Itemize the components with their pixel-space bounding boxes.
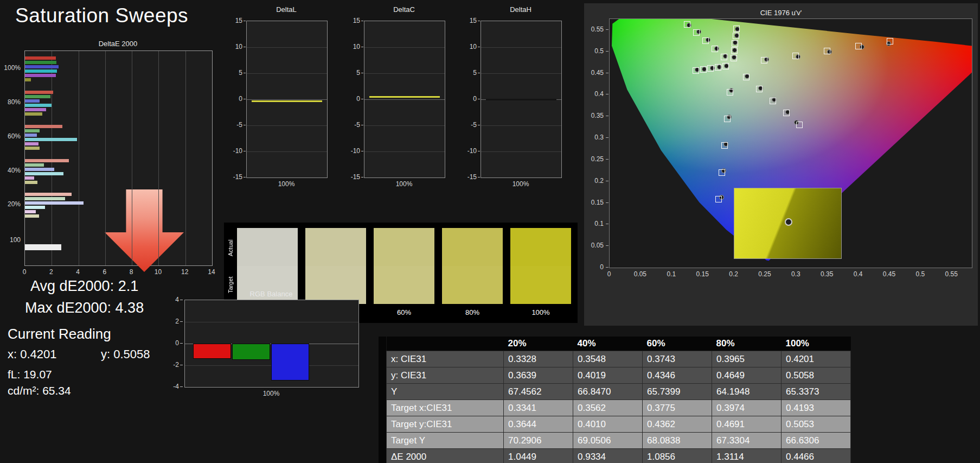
- y-tick: [606, 29, 609, 30]
- y-tick-label: 0.25: [584, 155, 604, 163]
- y-tick-label: 0.35: [584, 112, 604, 119]
- gridline: [247, 151, 327, 152]
- cie-target-point: [733, 33, 739, 39]
- col-header: 80%: [712, 337, 782, 351]
- cell-value: 69.0506: [573, 433, 643, 449]
- cell-value: 0.3743: [643, 351, 712, 367]
- y-tick: [180, 365, 183, 365]
- cie-target-point: [719, 169, 725, 176]
- y-tick-label: 5: [462, 69, 477, 77]
- x-tick-label: 0.55: [941, 270, 961, 278]
- rgb-balance-plot: [184, 300, 359, 388]
- de-bar: [25, 214, 39, 218]
- y-tick-label: 10: [462, 43, 477, 50]
- gridline: [247, 47, 327, 48]
- x-tick-label: 14: [205, 268, 218, 276]
- y-tick: [606, 116, 609, 116]
- col-header: 60%: [643, 337, 712, 351]
- y-tick: [180, 321, 183, 322]
- y-tick-label: 15: [228, 17, 242, 24]
- max-de2000: Max dE2000: 4.38: [25, 300, 144, 316]
- row-label: Target x:CIE31: [387, 400, 504, 416]
- table-corner: [387, 337, 504, 351]
- x-tick-label: 0.25: [755, 270, 774, 278]
- swatch-target: [442, 266, 503, 304]
- cell-value: 0.4193: [782, 400, 851, 416]
- x-tick-label: 0: [599, 270, 619, 278]
- rgb-bar-blue: [271, 344, 309, 380]
- cie-plot: [609, 18, 972, 268]
- cie-target-point: [732, 40, 738, 47]
- plot-area: [364, 21, 445, 178]
- y-tick: [244, 47, 246, 47]
- avg-de2000: Avg dE2000: 2.1: [30, 278, 138, 295]
- y-tick-label: 0: [584, 263, 604, 271]
- y-tick: [606, 51, 609, 52]
- y-tick-label: 0.45: [584, 69, 604, 77]
- x-tick-label: 0.4: [848, 270, 868, 278]
- table-row: Target y:CIE310.36440.40100.43620.46910.…: [387, 416, 851, 433]
- de-bar: [25, 197, 65, 200]
- cell-value: 66.6306: [782, 433, 851, 449]
- y-tick-label: 0.05: [584, 242, 604, 249]
- chart-title: DeltaC: [364, 5, 444, 14]
- chart-title: DeltaL: [246, 5, 326, 14]
- cell-value: 0.3644: [504, 416, 573, 433]
- cie-target-point: [700, 66, 707, 73]
- delta-line: [486, 99, 556, 100]
- y-tick: [606, 73, 609, 73]
- cie-target-point: [724, 116, 731, 122]
- y-tick-label: 4: [163, 296, 179, 303]
- swatch-actual: [237, 228, 298, 266]
- de-bar: [25, 201, 84, 205]
- table-row: x: CIE310.33280.35480.37430.39650.4201: [387, 351, 851, 367]
- table-row: Target Y70.290669.050668.083867.330466.6…: [387, 433, 851, 449]
- cie-title: CIE 1976 u'v': [584, 9, 978, 17]
- current-reading-point: [785, 218, 792, 226]
- y-tick: [478, 151, 480, 151]
- de-bar: [25, 206, 45, 209]
- current-fl: fL: 19.07: [8, 368, 52, 381]
- col-header: 100%: [782, 337, 851, 351]
- swatch-actual: [374, 228, 434, 266]
- swatch-target: [374, 266, 434, 304]
- y-tick: [478, 177, 480, 177]
- y-tick-label: 10: [345, 43, 360, 50]
- y-tick: [361, 47, 363, 47]
- cell-value: 0.5058: [782, 367, 851, 384]
- y-tick: [244, 21, 246, 21]
- x-tick-label: 0.05: [630, 270, 650, 278]
- cell-value: 64.1948: [712, 384, 782, 400]
- y-tick: [361, 125, 363, 125]
- cie-inset: [734, 188, 842, 259]
- cell-value: 0.3548: [573, 351, 643, 367]
- col-header: 20%: [504, 337, 573, 351]
- col-header: 40%: [573, 337, 643, 351]
- cell-value: 66.8470: [573, 384, 643, 400]
- y-tick: [180, 300, 183, 300]
- cie-target-point: [721, 54, 727, 60]
- delta-chart-deltah: DeltaH151050-5-10-15100%: [462, 4, 580, 192]
- y-tick-label: 0: [345, 95, 360, 103]
- y-tick-label: 0.1: [584, 220, 604, 227]
- delta-line: [369, 96, 440, 98]
- cell-value: 1.0856: [643, 449, 712, 463]
- row-label: Y: [387, 384, 504, 400]
- x-label: 100%: [481, 180, 561, 188]
- y-group-label: 20%: [0, 200, 21, 208]
- table-row: Target x:CIE310.33410.35620.37750.39740.…: [387, 400, 851, 416]
- cie-target-point: [712, 46, 718, 52]
- y-tick-label: 0.3: [584, 134, 604, 141]
- cie-target-point: [722, 63, 729, 69]
- rgb-balance-y-ticks: 420-2-4: [163, 288, 183, 404]
- cie-target-point: [796, 122, 803, 128]
- delta-line: [252, 100, 322, 102]
- row-label: Target y:CIE31: [387, 416, 504, 433]
- row-label: ΔE 2000: [387, 449, 504, 463]
- cell-value: 0.4346: [643, 367, 712, 384]
- y-tick-label: -10: [228, 147, 242, 155]
- cie-target-point: [783, 110, 790, 116]
- y-tick-label: -5: [228, 121, 242, 129]
- y-tick: [361, 151, 363, 151]
- y-tick-label: 5: [345, 69, 360, 77]
